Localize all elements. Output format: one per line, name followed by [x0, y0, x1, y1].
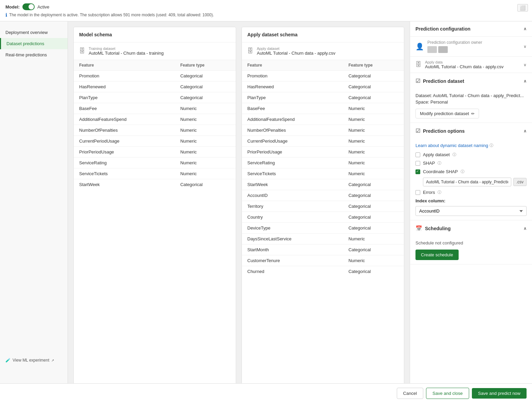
- model-toggle[interactable]: [22, 3, 35, 10]
- table-row: PlanTypeCategorical: [242, 92, 404, 103]
- modify-prediction-dataset-button[interactable]: Modify prediction dataset ✏: [415, 109, 479, 118]
- prediction-options-chevron-icon[interactable]: ∧: [524, 129, 527, 133]
- table-row: HasRenewedCategorical: [74, 81, 236, 92]
- errors-info-icon: ⓘ: [438, 190, 441, 195]
- feature-type: Numeric: [175, 158, 236, 168]
- prediction-dataset-chevron-icon[interactable]: ∧: [524, 79, 527, 84]
- right-panel: Prediction configuration ∧ 👤 Prediction …: [410, 21, 532, 394]
- model-schema-card: Model schema 🗄 Training dataset AutoML T…: [73, 27, 236, 388]
- external-link-icon: ↗: [51, 359, 54, 362]
- errors-checkbox[interactable]: [415, 190, 420, 195]
- feature-type: Categorical: [175, 179, 236, 190]
- shap-checkbox[interactable]: [415, 161, 420, 166]
- sidebar-item-dataset-predictions[interactable]: Dataset predictions: [0, 38, 68, 49]
- feature-type: Categorical: [343, 71, 404, 81]
- apply-dataset-checkbox[interactable]: [415, 152, 420, 157]
- feature-name: ServiceTickets: [74, 168, 175, 179]
- feature-name: NumberOfPenalties: [242, 125, 343, 136]
- owner-row[interactable]: 👤 Prediction configuration owner ∨: [410, 37, 532, 56]
- feature-type: Categorical: [343, 81, 404, 92]
- db-icon-apply: 🗄: [247, 48, 253, 55]
- main-layout: Deployment overview Dataset predictions …: [0, 21, 532, 394]
- feature-type: Numeric: [175, 168, 236, 179]
- apply-data-value: AutoML Tutorial - Churn data - apply.csv: [425, 64, 520, 69]
- table-row: DeviceTypeCategorical: [242, 223, 404, 234]
- apply-data-chevron-icon[interactable]: ∨: [524, 62, 527, 67]
- shap-option: SHAP ⓘ: [415, 161, 527, 166]
- bottom-bar: Cancel Save and close Save and predict n…: [0, 383, 532, 403]
- feature-name: ServiceTickets: [242, 168, 343, 179]
- info-text: The model in the deployment is active. T…: [9, 13, 214, 17]
- shap-filename-input[interactable]: [423, 178, 511, 186]
- feature-type: Categorical: [343, 223, 404, 234]
- panel-collapse-icon[interactable]: ∧: [524, 26, 527, 31]
- table-row: PromotionCategorical: [74, 71, 236, 81]
- table-row: AccountIDCategorical: [242, 190, 404, 201]
- feature-name: Country: [242, 212, 343, 223]
- dynamic-naming-link[interactable]: Learn about dynamic dataset naming ⓘ: [415, 143, 527, 148]
- feature-type: Categorical: [343, 179, 404, 190]
- feature-type: Numeric: [175, 114, 236, 125]
- prediction-options-title: Prediction options: [423, 128, 465, 134]
- apply-schema-dataset: 🗄 Apply dataset AutoML Tutorial - Churn …: [242, 42, 404, 60]
- shap-option-label: SHAP: [423, 161, 435, 166]
- owner-chevron-icon[interactable]: ∨: [524, 44, 527, 49]
- model-status: Model: Active: [5, 3, 527, 10]
- scheduling-icon: 📅: [415, 225, 422, 232]
- errors-option-label: Errors: [423, 190, 435, 195]
- feature-type: Categorical: [175, 81, 236, 92]
- view-ml-experiment-link[interactable]: 🧪 View ML experiment ↗: [5, 358, 63, 363]
- prediction-options-header[interactable]: ☑ Prediction options ∧: [410, 123, 532, 139]
- scheduling-section: 📅 Scheduling ∧ Schedule not configured C…: [410, 220, 532, 264]
- table-row: PlanTypeCategorical: [74, 92, 236, 103]
- feature-type: Numeric: [175, 125, 236, 136]
- sidebar-item-deployment-overview[interactable]: Deployment overview: [0, 27, 68, 38]
- model-schema-dataset: 🗄 Training dataset AutoML Tutorial - Chu…: [74, 42, 236, 60]
- prediction-dataset-section: ☑ Prediction dataset ∧ Dataset: AutoML T…: [410, 73, 532, 123]
- create-schedule-button[interactable]: Create schedule: [415, 250, 459, 260]
- apply-data-row[interactable]: 🗄 Apply data AutoML Tutorial - Churn dat…: [410, 57, 532, 73]
- modify-label: Modify prediction dataset: [420, 111, 469, 116]
- scheduling-chevron-icon[interactable]: ∧: [524, 226, 527, 231]
- sidebar-item-realtime-predictions[interactable]: Real-time predictions: [0, 49, 68, 60]
- options-icon: ☑: [415, 128, 420, 134]
- model-label: Model:: [5, 4, 20, 10]
- index-column-label: Index column:: [415, 198, 527, 203]
- save-and-close-button[interactable]: Save and close: [426, 388, 469, 399]
- feature-type: Categorical: [343, 190, 404, 201]
- model-col-feature: Feature: [74, 60, 175, 71]
- scheduling-header[interactable]: 📅 Scheduling ∧: [410, 220, 532, 236]
- panel-title-row: Prediction configuration ∧: [410, 21, 532, 36]
- cancel-button[interactable]: Cancel: [397, 388, 423, 399]
- top-bar: Model: Active ℹ The model in the deploym…: [0, 0, 532, 21]
- feature-type: Categorical: [343, 212, 404, 223]
- feature-name: AccountID: [242, 190, 343, 201]
- maximize-icon[interactable]: ⬜: [517, 4, 528, 12]
- index-column-select[interactable]: AccountID Territory Country: [415, 206, 527, 216]
- schedule-status: Schedule not configured: [415, 240, 527, 245]
- table-row: StartWeekCategorical: [242, 179, 404, 190]
- apply-schema-card: Apply dataset schema 🗄 Apply dataset Aut…: [242, 27, 404, 388]
- feature-type: Categorical: [343, 201, 404, 212]
- prediction-dataset-header[interactable]: ☑ Prediction dataset ∧: [410, 73, 532, 89]
- apply-col-feature: Feature: [242, 60, 343, 71]
- table-row: BaseFeeNumeric: [74, 103, 236, 114]
- coordinate-shap-checkbox[interactable]: [415, 169, 420, 174]
- feature-name: PriorPeriodUsage: [74, 147, 175, 158]
- panel-title: Prediction configuration: [415, 26, 471, 32]
- user-icon: 👤: [415, 42, 424, 51]
- sidebar: Deployment overview Dataset predictions …: [0, 21, 68, 394]
- model-active-text: Active: [37, 4, 49, 10]
- model-schema-table: Feature Feature type PromotionCategorica…: [74, 60, 236, 190]
- prediction-dataset-body: Dataset: AutoML Tutorial - Churn data - …: [410, 89, 532, 123]
- save-and-predict-button[interactable]: Save and predict now: [472, 388, 527, 399]
- coordinate-shap-option: Coordinate SHAP ⓘ: [415, 169, 527, 174]
- edit-icon: ✏: [471, 111, 475, 116]
- db-icon-apply-data: 🗄: [415, 61, 422, 68]
- table-row: NumberOfPenaltiesNumeric: [74, 125, 236, 136]
- feature-name: HasRenewed: [74, 81, 175, 92]
- coordinate-shap-label: Coordinate SHAP: [423, 169, 458, 174]
- prediction-dataset-title: Prediction dataset: [423, 78, 464, 84]
- feature-name: CurrentPeriodUsage: [74, 136, 175, 147]
- feature-type: Numeric: [343, 125, 404, 136]
